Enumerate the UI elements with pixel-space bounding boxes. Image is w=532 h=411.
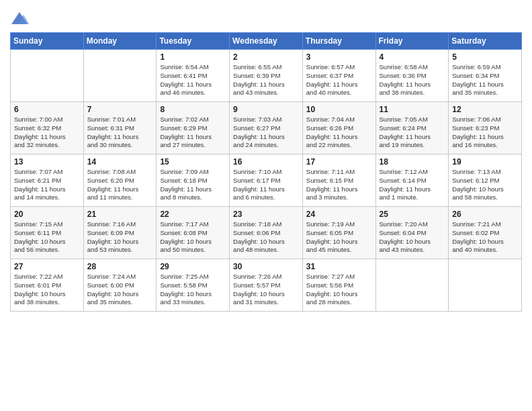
- weekday-header-monday: Monday: [83, 33, 157, 50]
- calendar-cell: 5Sunrise: 6:59 AM Sunset: 6:34 PM Daylig…: [449, 50, 522, 102]
- cell-content: Sunrise: 7:16 AM Sunset: 6:09 PM Dayligh…: [87, 220, 153, 255]
- cell-content: Sunrise: 6:58 AM Sunset: 6:36 PM Dayligh…: [380, 63, 445, 97]
- day-number: 24: [306, 210, 372, 219]
- calendar-cell: 29Sunrise: 7:25 AM Sunset: 5:58 PM Dayli…: [157, 259, 230, 312]
- calendar-cell: 17Sunrise: 7:11 AM Sunset: 6:15 PM Dayli…: [302, 154, 375, 207]
- calendar-cell: 23Sunrise: 7:18 AM Sunset: 6:06 PM Dayli…: [230, 207, 303, 259]
- weekday-header-row: SundayMondayTuesdayWednesdayThursdayFrid…: [11, 33, 522, 50]
- calendar-cell: 7Sunrise: 7:01 AM Sunset: 6:31 PM Daylig…: [83, 102, 157, 154]
- weekday-header-friday: Friday: [375, 33, 449, 50]
- day-number: 28: [87, 262, 153, 271]
- day-number: 27: [14, 262, 80, 271]
- calendar-cell: 11Sunrise: 7:05 AM Sunset: 6:24 PM Dayli…: [375, 102, 449, 154]
- cell-content: Sunrise: 7:11 AM Sunset: 6:15 PM Dayligh…: [306, 168, 372, 202]
- calendar-cell: 25Sunrise: 7:20 AM Sunset: 6:04 PM Dayli…: [375, 207, 449, 259]
- calendar-cell: [375, 259, 449, 312]
- calendar-cell: 19Sunrise: 7:13 AM Sunset: 6:12 PM Dayli…: [449, 154, 522, 207]
- cell-content: Sunrise: 7:10 AM Sunset: 6:17 PM Dayligh…: [233, 168, 299, 202]
- cell-content: Sunrise: 7:00 AM Sunset: 6:32 PM Dayligh…: [14, 116, 80, 150]
- calendar-cell: 15Sunrise: 7:09 AM Sunset: 6:18 PM Dayli…: [157, 154, 230, 207]
- day-number: 15: [160, 157, 226, 167]
- day-number: 26: [452, 210, 518, 219]
- day-number: 20: [14, 210, 80, 219]
- calendar-cell: 1Sunrise: 6:54 AM Sunset: 6:41 PM Daylig…: [157, 50, 230, 102]
- day-number: 31: [306, 262, 372, 271]
- calendar-cell: 10Sunrise: 7:04 AM Sunset: 6:26 PM Dayli…: [302, 102, 375, 154]
- cell-content: Sunrise: 7:06 AM Sunset: 6:23 PM Dayligh…: [452, 116, 518, 150]
- day-number: 8: [160, 105, 226, 114]
- logo: [10, 9, 32, 28]
- calendar-cell: 30Sunrise: 7:26 AM Sunset: 5:57 PM Dayli…: [230, 259, 303, 312]
- calendar-cell: 22Sunrise: 7:17 AM Sunset: 6:08 PM Dayli…: [157, 207, 230, 259]
- weekday-header-sunday: Sunday: [11, 33, 84, 50]
- day-number: 5: [452, 52, 518, 62]
- calendar-cell: 6Sunrise: 7:00 AM Sunset: 6:32 PM Daylig…: [11, 102, 84, 154]
- day-number: 17: [306, 157, 372, 167]
- cell-content: Sunrise: 7:01 AM Sunset: 6:31 PM Dayligh…: [87, 116, 153, 150]
- day-number: 16: [233, 157, 299, 167]
- calendar-cell: [83, 50, 157, 102]
- calendar-cell: 3Sunrise: 6:57 AM Sunset: 6:37 PM Daylig…: [302, 50, 375, 102]
- day-number: 21: [87, 210, 153, 219]
- day-number: 3: [306, 52, 372, 62]
- calendar-cell: 2Sunrise: 6:55 AM Sunset: 6:39 PM Daylig…: [230, 50, 303, 102]
- header: [10, 7, 522, 28]
- day-number: 10: [306, 105, 372, 114]
- day-number: 6: [14, 105, 80, 114]
- calendar-cell: 13Sunrise: 7:07 AM Sunset: 6:21 PM Dayli…: [11, 154, 84, 207]
- weekday-header-thursday: Thursday: [302, 33, 375, 50]
- day-number: 1: [160, 52, 226, 62]
- calendar-cell: 14Sunrise: 7:08 AM Sunset: 6:20 PM Dayli…: [83, 154, 157, 207]
- calendar-cell: 4Sunrise: 6:58 AM Sunset: 6:36 PM Daylig…: [375, 50, 449, 102]
- day-number: 9: [233, 105, 299, 114]
- cell-content: Sunrise: 6:57 AM Sunset: 6:37 PM Dayligh…: [306, 63, 372, 97]
- calendar-cell: [11, 50, 84, 102]
- weekday-header-saturday: Saturday: [449, 33, 522, 50]
- cell-content: Sunrise: 6:55 AM Sunset: 6:39 PM Dayligh…: [233, 63, 299, 97]
- cell-content: Sunrise: 7:09 AM Sunset: 6:18 PM Dayligh…: [160, 168, 226, 202]
- calendar-cell: 28Sunrise: 7:24 AM Sunset: 6:00 PM Dayli…: [83, 259, 157, 312]
- day-number: 19: [452, 157, 518, 167]
- cell-content: Sunrise: 7:12 AM Sunset: 6:14 PM Dayligh…: [380, 168, 445, 202]
- day-number: 2: [233, 52, 299, 62]
- week-row-1: 1Sunrise: 6:54 AM Sunset: 6:41 PM Daylig…: [11, 50, 522, 102]
- cell-content: Sunrise: 7:20 AM Sunset: 6:04 PM Dayligh…: [380, 220, 445, 255]
- cell-content: Sunrise: 7:24 AM Sunset: 6:00 PM Dayligh…: [87, 273, 153, 307]
- logo-icon: [10, 9, 29, 28]
- cell-content: Sunrise: 7:07 AM Sunset: 6:21 PM Dayligh…: [14, 168, 80, 202]
- weekday-header-wednesday: Wednesday: [230, 33, 303, 50]
- cell-content: Sunrise: 6:54 AM Sunset: 6:41 PM Dayligh…: [160, 63, 226, 97]
- day-number: 13: [14, 157, 80, 167]
- cell-content: Sunrise: 6:59 AM Sunset: 6:34 PM Dayligh…: [452, 63, 518, 97]
- cell-content: Sunrise: 7:05 AM Sunset: 6:24 PM Dayligh…: [380, 116, 445, 150]
- calendar-cell: 24Sunrise: 7:19 AM Sunset: 6:05 PM Dayli…: [302, 207, 375, 259]
- day-number: 11: [380, 105, 445, 114]
- day-number: 12: [452, 105, 518, 114]
- day-number: 23: [233, 210, 299, 219]
- day-number: 7: [87, 105, 153, 114]
- day-number: 29: [160, 262, 226, 271]
- cell-content: Sunrise: 7:18 AM Sunset: 6:06 PM Dayligh…: [233, 220, 299, 255]
- calendar-cell: 27Sunrise: 7:22 AM Sunset: 6:01 PM Dayli…: [11, 259, 84, 312]
- calendar-cell: 12Sunrise: 7:06 AM Sunset: 6:23 PM Dayli…: [449, 102, 522, 154]
- cell-content: Sunrise: 7:04 AM Sunset: 6:26 PM Dayligh…: [306, 116, 372, 150]
- page: SundayMondayTuesdayWednesdayThursdayFrid…: [0, 0, 532, 322]
- week-row-4: 20Sunrise: 7:15 AM Sunset: 6:11 PM Dayli…: [11, 207, 522, 259]
- week-row-5: 27Sunrise: 7:22 AM Sunset: 6:01 PM Dayli…: [11, 259, 522, 312]
- cell-content: Sunrise: 7:27 AM Sunset: 5:56 PM Dayligh…: [306, 273, 372, 307]
- calendar-cell: 26Sunrise: 7:21 AM Sunset: 6:02 PM Dayli…: [449, 207, 522, 259]
- calendar-cell: 9Sunrise: 7:03 AM Sunset: 6:27 PM Daylig…: [230, 102, 303, 154]
- calendar-cell: 8Sunrise: 7:02 AM Sunset: 6:29 PM Daylig…: [157, 102, 230, 154]
- week-row-2: 6Sunrise: 7:00 AM Sunset: 6:32 PM Daylig…: [11, 102, 522, 154]
- cell-content: Sunrise: 7:15 AM Sunset: 6:11 PM Dayligh…: [14, 220, 80, 255]
- cell-content: Sunrise: 7:08 AM Sunset: 6:20 PM Dayligh…: [87, 168, 153, 202]
- cell-content: Sunrise: 7:03 AM Sunset: 6:27 PM Dayligh…: [233, 116, 299, 150]
- cell-content: Sunrise: 7:26 AM Sunset: 5:57 PM Dayligh…: [233, 273, 299, 307]
- day-number: 4: [380, 52, 445, 62]
- cell-content: Sunrise: 7:19 AM Sunset: 6:05 PM Dayligh…: [306, 220, 372, 255]
- day-number: 25: [380, 210, 445, 219]
- cell-content: Sunrise: 7:22 AM Sunset: 6:01 PM Dayligh…: [14, 273, 80, 307]
- day-number: 14: [87, 157, 153, 167]
- day-number: 30: [233, 262, 299, 271]
- cell-content: Sunrise: 7:02 AM Sunset: 6:29 PM Dayligh…: [160, 116, 226, 150]
